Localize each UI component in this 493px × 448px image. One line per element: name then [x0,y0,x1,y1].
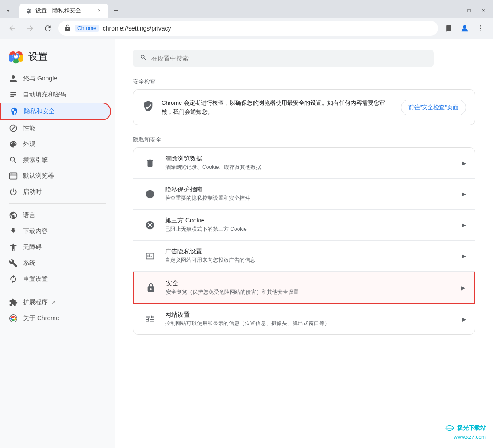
security-check-icon [142,100,154,115]
sidebar-item-google[interactable]: 您与 Google [0,71,111,87]
security-check-section-title: 安全检查 [133,78,475,86]
profile-btn[interactable] [458,21,472,35]
svg-point-17 [149,224,151,226]
sidebar-item-performance[interactable]: 性能 [0,120,111,136]
bookmark-btn[interactable] [442,21,456,35]
sidebar-label-search: 搜索引擎 [23,156,48,164]
sidebar-item-appearance[interactable]: 外观 [0,136,111,152]
sidebar-label-default-browser: 默认浏览器 [23,172,54,180]
accessibility-icon [9,243,18,252]
sidebar-item-default-browser[interactable]: 默认浏览器 [0,168,111,184]
globe-icon [9,211,18,220]
settings-title: 设置 [28,50,48,63]
search-input[interactable] [151,55,427,62]
ads-title: 广告隐私设置 [165,248,455,256]
sidebar-item-language[interactable]: 语言 [0,207,111,223]
sidebar-item-about[interactable]: 关于 Chrome [0,310,111,326]
lock-icon [64,24,71,33]
extensions-label-area: 扩展程序 ↗ [23,299,56,306]
site-settings-item[interactable]: 网站设置 控制网站可以使用和显示的信息（位置信息、摄像头、弹出式窗口等） ▶ [133,304,475,334]
sidebar-label-appearance: 外观 [23,140,35,148]
clear-browsing-item[interactable]: 清除浏览数据 清除浏览记录、Cookie、缓存及其他数据 ▶ [133,148,475,179]
sidebar-item-download[interactable]: 下载内容 [0,223,111,239]
watermark-logo-icon [445,423,454,433]
svg-point-12 [12,174,13,175]
sidebar-label-autofill: 自动填充和密码 [23,91,66,99]
svg-rect-8 [10,96,14,97]
download-icon [9,227,18,236]
power-icon [9,188,18,196]
sidebar-label-startup: 启动时 [23,188,42,196]
forward-btn[interactable] [23,21,37,35]
sidebar-divider-1 [9,203,106,204]
security-content: 安全 安全浏览（保护您免受危险网站的侵害）和其他安全设置 [166,280,454,296]
reload-btn[interactable] [41,21,55,35]
sidebar-label-system: 系统 [23,259,35,267]
reset-icon [9,275,18,283]
cookie-icon [142,217,158,233]
maximize-btn[interactable]: □ [463,4,475,17]
sidebar-item-startup[interactable]: 启动时 [0,184,111,200]
security-check-btn[interactable]: 前往"安全检查"页面 [401,100,466,115]
new-tab-btn[interactable]: + [110,4,122,17]
security-item[interactable]: 安全 安全浏览（保护您免受危险网站的侵害）和其他安全设置 ▶ [133,272,475,304]
chrome-about-icon [9,314,18,323]
watermark-url: www.xz7.com [454,434,486,440]
external-link-icon: ↗ [51,299,56,306]
address-bar[interactable]: Chrome chrome://settings/privacy [58,21,438,36]
sidebar-item-search[interactable]: 搜索引擎 [0,152,111,168]
ads-privacy-item[interactable]: 广告隐私设置 自定义网站可用来向您投放广告的信息 ▶ [133,241,475,272]
address-url: chrome://settings/privacy [103,25,171,32]
sidebar-item-reset[interactable]: 重置设置 [0,271,111,287]
tab-close-btn[interactable]: × [96,7,103,14]
cookie-title: 第三方 Cookie [165,217,455,225]
palette-icon [9,140,18,149]
site-settings-content: 网站设置 控制网站可以使用和显示的信息（位置信息、摄像头、弹出式窗口等） [165,311,455,327]
menu-btn[interactable] [474,21,488,35]
site-settings-desc: 控制网站可以使用和显示的信息（位置信息、摄像头、弹出式窗口等） [165,320,455,327]
settings-search-bar[interactable] [133,50,434,67]
sidebar-label-performance: 性能 [23,124,35,132]
sidebar-item-system[interactable]: 系统 [0,255,111,271]
recent-tabs-btn[interactable]: ▾ [2,4,14,17]
sidebar-item-extensions[interactable]: 扩展程序 ↗ [0,295,111,310]
watermark-text: 极光下载站 [457,424,486,432]
close-btn[interactable]: × [477,4,489,17]
sidebar-item-accessibility[interactable]: 无障碍 [0,239,111,255]
site-settings-title: 网站设置 [165,311,455,319]
svg-point-2 [480,28,481,29]
privacy-guide-item[interactable]: 隐私保护指南 检查重要的隐私控制设置和安全控件 ▶ [133,179,475,210]
back-btn[interactable] [5,21,19,35]
sidebar-item-autofill[interactable]: 自动填充和密码 [0,87,111,103]
privacy-guide-desc: 检查重要的隐私控制设置和安全控件 [165,195,455,202]
clear-browsing-title: 清除浏览数据 [165,155,455,163]
puzzle-icon [9,298,18,307]
sidebar-label-download: 下载内容 [23,227,48,235]
privacy-guide-content: 隐私保护指南 检查重要的隐私控制设置和安全控件 [165,186,455,202]
security-desc: 安全浏览（保护您免受危险网站的侵害）和其他安全设置 [166,288,454,296]
sidebar-divider-2 [9,291,106,291]
clear-browsing-desc: 清除浏览记录、Cookie、缓存及其他数据 [165,164,455,171]
svg-rect-7 [10,94,16,96]
person-icon [9,74,18,83]
shield-icon [10,107,19,116]
active-tab[interactable]: 设置 - 隐私和安全 × [19,4,108,18]
sidebar-label-reset: 重置设置 [23,275,48,283]
ads-arrow: ▶ [462,253,466,259]
cookie-desc: 已阻止无痕模式下的第三方 Cookie [165,226,455,233]
cookie-content: 第三方 Cookie 已阻止无痕模式下的第三方 Cookie [165,217,455,233]
third-party-cookie-item[interactable]: 第三方 Cookie 已阻止无痕模式下的第三方 Cookie ▶ [133,210,475,241]
watermark: 极光下载站 www.xz7.com [445,423,486,440]
chrome-badge: Chrome [75,25,99,32]
gauge-icon [9,124,18,133]
clear-browsing-content: 清除浏览数据 清除浏览记录、Cookie、缓存及其他数据 [165,155,455,171]
svg-point-1 [480,25,481,27]
svg-rect-9 [10,173,17,179]
sidebar-label-extensions: 扩展程序 [23,299,48,306]
sidebar-label-privacy: 隐私和安全 [24,107,55,115]
svg-point-3 [480,31,481,32]
sidebar-item-privacy[interactable]: 隐私和安全 [0,103,111,120]
minimize-btn[interactable]: ─ [449,4,461,17]
security-check-card: Chrome 会定期进行检查，以确保您的浏览器使用最安全的设置。如有任何内容需要… [133,89,475,125]
search-icon [9,156,18,165]
